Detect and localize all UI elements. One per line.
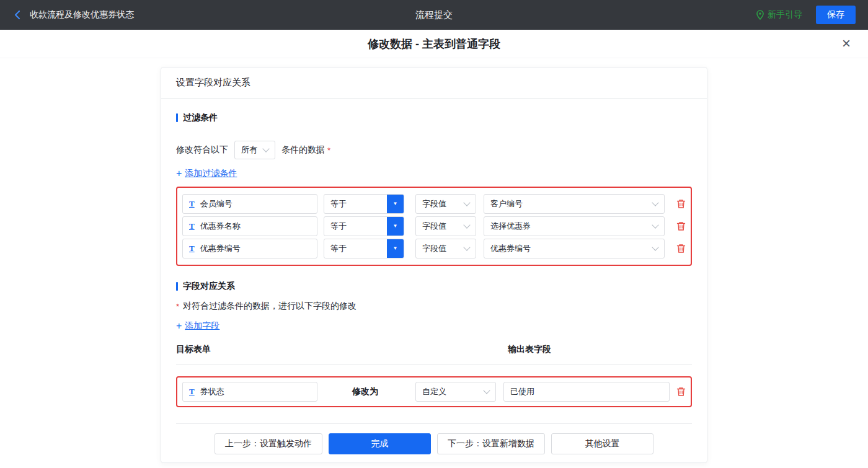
mapping-section-heading: 字段对应关系 xyxy=(176,281,692,292)
section-marker xyxy=(176,113,178,122)
match-suffix: 条件的数据 xyxy=(281,144,325,156)
value-type-select[interactable]: 字段值 xyxy=(415,216,476,236)
chevron-down-icon xyxy=(463,221,470,228)
operator-dropdown-button[interactable]: ▼ xyxy=(387,217,404,236)
modal-header: 修改数据 - 主表到普通字段 × xyxy=(0,30,868,58)
field-input[interactable]: T 优惠券名称 xyxy=(182,216,317,236)
operator-value: 等于 xyxy=(324,217,387,236)
compare-value-select[interactable]: 优惠券编号 xyxy=(484,239,665,258)
beginner-guide-label: 新手引导 xyxy=(768,9,802,20)
field-input[interactable]: T 会员编号 xyxy=(182,194,317,214)
caret-down-icon: ▼ xyxy=(393,224,398,229)
add-filter-condition-link[interactable]: + 添加过滤条件 xyxy=(176,168,237,179)
add-field-label: 添加字段 xyxy=(185,320,219,332)
mapping-description: * 对符合过滤条件的数据，进行以下字段的修改 xyxy=(176,301,692,312)
add-filter-condition-label: 添加过滤条件 xyxy=(185,168,237,179)
operator-select[interactable]: 等于 ▼ xyxy=(324,239,404,258)
caret-down-icon: ▼ xyxy=(393,246,398,251)
other-settings-button[interactable]: 其他设置 xyxy=(551,433,653,454)
compare-value: 选择优惠券 xyxy=(490,221,531,232)
match-condition-line: 修改符合以下 所有 条件的数据 * xyxy=(176,141,692,159)
workflow-title: 收款流程及修改优惠券状态 xyxy=(30,9,134,20)
prev-step-button[interactable]: 上一步：设置触发动作 xyxy=(215,433,322,454)
plus-icon: + xyxy=(176,320,182,332)
trash-icon xyxy=(676,387,686,397)
chevron-down-icon xyxy=(652,221,658,228)
value-type-select[interactable]: 字段值 xyxy=(415,194,476,214)
caret-down-icon: ▼ xyxy=(393,201,398,206)
operator-value: 等于 xyxy=(324,239,387,258)
chevron-down-icon xyxy=(483,387,490,394)
trash-icon xyxy=(676,244,686,254)
delete-row-button[interactable] xyxy=(676,244,686,254)
filter-rows-highlight-box: T 会员编号 等于 ▼ 字段值 客户编号 xyxy=(176,187,692,266)
required-asterisk: * xyxy=(176,302,179,311)
value-type: 字段值 xyxy=(422,243,446,254)
text-field-icon: T xyxy=(189,244,195,254)
value-type: 字段值 xyxy=(422,221,446,232)
map-pin-icon xyxy=(756,10,764,20)
filter-row: T 优惠券名称 等于 ▼ 字段值 选择优惠券 xyxy=(182,216,686,236)
plus-icon: + xyxy=(176,168,182,179)
field-name: 优惠券名称 xyxy=(200,221,241,232)
save-button[interactable]: 保存 xyxy=(816,6,856,24)
card-footer: 上一步：设置触发动作 完成 下一步：设置新增数据 其他设置 xyxy=(176,423,692,462)
mapping-row: T 券状态 修改为 自定义 xyxy=(182,382,686,402)
chevron-down-icon xyxy=(652,199,658,206)
chevron-left-icon xyxy=(12,9,24,20)
value-type: 字段值 xyxy=(422,198,446,210)
compare-value: 客户编号 xyxy=(490,198,523,210)
chevron-down-icon xyxy=(463,199,470,206)
modify-to-label: 修改为 xyxy=(352,386,378,397)
back-button[interactable] xyxy=(12,9,24,20)
delete-row-button[interactable] xyxy=(676,387,686,397)
compare-value-select[interactable]: 选择优惠券 xyxy=(484,216,665,236)
modal-title: 修改数据 - 主表到普通字段 xyxy=(368,37,500,51)
text-field-icon: T xyxy=(189,387,195,397)
trash-icon xyxy=(676,221,686,231)
filter-row: T 优惠券编号 等于 ▼ 字段值 优惠券编号 xyxy=(182,239,686,258)
chevron-down-icon xyxy=(262,145,269,152)
match-mode-value: 所有 xyxy=(241,144,257,156)
next-step-button[interactable]: 下一步：设置新增数据 xyxy=(437,433,545,454)
modify-mode-select[interactable]: 自定义 xyxy=(415,382,496,402)
filter-row: T 会员编号 等于 ▼ 字段值 客户编号 xyxy=(182,194,686,214)
section-marker xyxy=(176,282,178,291)
modify-mode-value: 自定义 xyxy=(422,386,446,397)
field-name: 会员编号 xyxy=(200,198,232,210)
text-field-icon: T xyxy=(189,199,195,209)
operator-dropdown-button[interactable]: ▼ xyxy=(387,195,404,213)
mapping-description-text: 对符合过滤条件的数据，进行以下字段的修改 xyxy=(183,301,356,312)
top-bar: 收款流程及修改优惠券状态 流程提交 新手引导 保存 xyxy=(0,0,868,30)
compare-value-select[interactable]: 客户编号 xyxy=(484,194,665,214)
filter-section-title: 过滤条件 xyxy=(183,112,218,123)
operator-dropdown-button[interactable]: ▼ xyxy=(387,239,404,258)
close-icon[interactable]: × xyxy=(842,36,851,51)
mapping-section-title: 字段对应关系 xyxy=(183,281,235,292)
beginner-guide-button[interactable]: 新手引导 xyxy=(756,9,802,20)
delete-row-button[interactable] xyxy=(676,199,686,209)
compare-value: 优惠券编号 xyxy=(490,243,531,254)
column-target-form: 目标表单 xyxy=(176,344,508,355)
field-mapping-card: 设置字段对应关系 过滤条件 修改符合以下 所有 条件的数据 * + 添加过滤条件… xyxy=(161,67,707,463)
done-button[interactable]: 完成 xyxy=(329,433,431,454)
delete-row-button[interactable] xyxy=(676,221,686,231)
mapping-table-header: 目标表单 输出表字段 xyxy=(176,344,692,365)
filter-section-heading: 过滤条件 xyxy=(176,112,692,123)
match-prefix: 修改符合以下 xyxy=(176,144,228,156)
target-field-input[interactable]: T 券状态 xyxy=(182,382,317,402)
match-mode-select[interactable]: 所有 xyxy=(234,141,275,159)
custom-value-input[interactable] xyxy=(503,382,670,402)
field-name: 优惠券编号 xyxy=(200,243,241,254)
value-type-select[interactable]: 字段值 xyxy=(415,239,476,258)
mapping-row-highlight-box: T 券状态 修改为 自定义 xyxy=(176,376,692,407)
field-input[interactable]: T 优惠券编号 xyxy=(182,239,317,258)
add-field-link[interactable]: + 添加字段 xyxy=(176,320,219,332)
target-field-name: 券状态 xyxy=(200,386,224,397)
trash-icon xyxy=(676,199,686,209)
required-asterisk: * xyxy=(327,146,330,155)
operator-select[interactable]: 等于 ▼ xyxy=(324,194,404,214)
card-title: 设置字段对应关系 xyxy=(161,68,707,99)
operator-select[interactable]: 等于 ▼ xyxy=(324,216,404,236)
text-field-icon: T xyxy=(189,221,195,231)
